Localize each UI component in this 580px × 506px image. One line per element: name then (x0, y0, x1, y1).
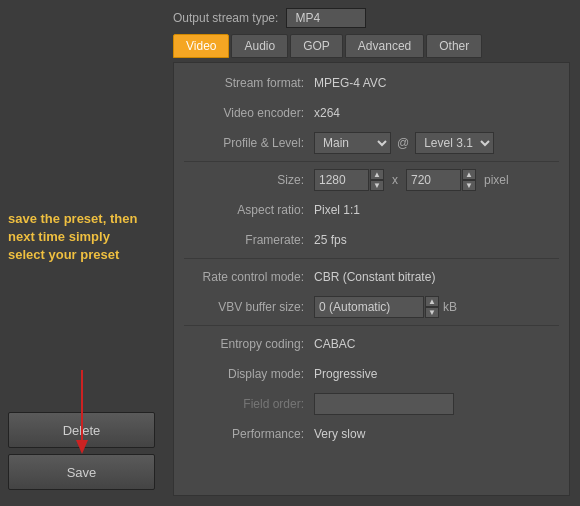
red-arrow (72, 370, 92, 463)
entropy-coding-label: Entropy coding: (184, 337, 314, 351)
aspect-ratio-row: Aspect ratio: Pixel 1:1 (184, 198, 559, 222)
entropy-coding-row: Entropy coding: CABAC (184, 332, 559, 356)
display-mode-value: Progressive (314, 367, 377, 381)
divider-1 (184, 161, 559, 162)
tab-gop[interactable]: GOP (290, 34, 343, 58)
rate-control-value: CBR (Constant bitrate) (314, 270, 435, 284)
display-mode-row: Display mode: Progressive (184, 362, 559, 386)
height-up-btn[interactable]: ▲ (462, 169, 476, 180)
profile-level-controls: Main Baseline High @ Level 3.1 Level 3.0… (314, 132, 494, 154)
stream-format-value: MPEG-4 AVC (314, 76, 386, 90)
height-input[interactable] (406, 169, 461, 191)
stream-format-row: Stream format: MPEG-4 AVC (184, 71, 559, 95)
tab-advanced[interactable]: Advanced (345, 34, 424, 58)
tab-video[interactable]: Video (173, 34, 229, 58)
vbv-up-btn[interactable]: ▲ (425, 296, 439, 307)
x-symbol: x (388, 173, 402, 187)
vbv-down-btn[interactable]: ▼ (425, 307, 439, 318)
pixel-label: pixel (484, 173, 509, 187)
width-up-btn[interactable]: ▲ (370, 169, 384, 180)
vbv-unit: kB (443, 300, 457, 314)
width-arrows: ▲ ▼ (370, 169, 384, 191)
field-order-input[interactable] (314, 393, 454, 415)
size-controls: ▲ ▼ x ▲ ▼ pixel (314, 169, 509, 191)
aspect-ratio-label: Aspect ratio: (184, 203, 314, 217)
framerate-value: 25 fps (314, 233, 347, 247)
profile-level-row: Profile & Level: Main Baseline High @ Le… (184, 131, 559, 155)
svg-marker-1 (76, 440, 88, 454)
profile-select[interactable]: Main Baseline High (314, 132, 391, 154)
performance-row: Performance: Very slow (184, 422, 559, 446)
performance-label: Performance: (184, 427, 314, 441)
content-area: Stream format: MPEG-4 AVC Video encoder:… (173, 62, 570, 496)
video-encoder-label: Video encoder: (184, 106, 314, 120)
vbv-buffer-row: VBV buffer size: ▲ ▼ kB (184, 295, 559, 319)
height-down-btn[interactable]: ▼ (462, 180, 476, 191)
divider-2 (184, 258, 559, 259)
right-panel: Output stream type: MP4 Video Audio GOP … (163, 0, 580, 506)
field-order-label: Field order: (184, 397, 314, 411)
vbv-input[interactable] (314, 296, 424, 318)
height-arrows: ▲ ▼ (462, 169, 476, 191)
framerate-row: Framerate: 25 fps (184, 228, 559, 252)
stream-format-label: Stream format: (184, 76, 314, 90)
divider-3 (184, 325, 559, 326)
at-symbol: @ (395, 136, 411, 150)
width-spinner: ▲ ▼ (314, 169, 384, 191)
size-label: Size: (184, 173, 314, 187)
level-select[interactable]: Level 3.1 Level 3.0 Level 4.0 (415, 132, 494, 154)
rate-control-row: Rate control mode: CBR (Constant bitrate… (184, 265, 559, 289)
output-stream-label: Output stream type: (173, 11, 278, 25)
entropy-coding-value: CABAC (314, 337, 355, 351)
framerate-label: Framerate: (184, 233, 314, 247)
vbv-buffer-label: VBV buffer size: (184, 300, 314, 314)
profile-level-label: Profile & Level: (184, 136, 314, 150)
vbv-spinner: ▲ ▼ (314, 296, 439, 318)
output-stream-row: Output stream type: MP4 (163, 0, 580, 34)
video-encoder-value: x264 (314, 106, 340, 120)
tabs-container: Video Audio GOP Advanced Other (163, 34, 580, 58)
tab-audio[interactable]: Audio (231, 34, 288, 58)
rate-control-label: Rate control mode: (184, 270, 314, 284)
performance-value: Very slow (314, 427, 365, 441)
size-row: Size: ▲ ▼ x ▲ ▼ (184, 168, 559, 192)
tab-other[interactable]: Other (426, 34, 482, 58)
aspect-ratio-value: Pixel 1:1 (314, 203, 360, 217)
width-input[interactable] (314, 169, 369, 191)
height-spinner: ▲ ▼ (406, 169, 476, 191)
width-down-btn[interactable]: ▼ (370, 180, 384, 191)
video-encoder-row: Video encoder: x264 (184, 101, 559, 125)
left-panel: save the preset, then next time simply s… (0, 0, 163, 506)
field-order-row: Field order: (184, 392, 559, 416)
tooltip-text: save the preset, then next time simply s… (8, 210, 148, 265)
display-mode-label: Display mode: (184, 367, 314, 381)
vbv-arrows: ▲ ▼ (425, 296, 439, 318)
output-stream-value: MP4 (286, 8, 366, 28)
